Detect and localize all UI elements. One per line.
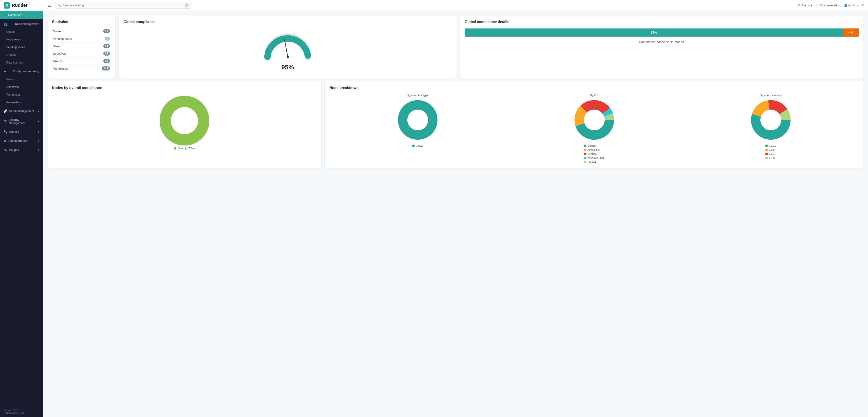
stats-badge: 119 — [102, 66, 110, 70]
legend-centos: CentOS — [584, 153, 604, 155]
sidebar-item-node-management[interactable]: 👥 Node management — [0, 19, 43, 28]
stats-badge: 11 — [103, 29, 110, 33]
stats-count: 14 — [92, 42, 111, 50]
sidebar-item-parameters[interactable]: Parameters — [0, 98, 43, 106]
compliance-bar-teal: 95% — [465, 29, 843, 37]
docs-icon: 📄 — [816, 4, 819, 7]
stats-count: 119 — [92, 65, 111, 72]
hamburger-icon[interactable]: ☰ — [47, 2, 53, 9]
help-icon[interactable]: ? — [184, 3, 189, 8]
nodes-compliance-card: Nodes by overall compliance Good (> 75%) — [48, 81, 321, 168]
security-management-label: Security management — [8, 118, 36, 125]
nodes-compliance-donut — [160, 96, 209, 146]
stats-label: Pending nodes — [52, 35, 92, 42]
status-button[interactable]: ✔ Status ▾ — [798, 3, 812, 7]
admin-label: admin — [848, 4, 856, 7]
gauge-container: 95% — [123, 28, 452, 73]
plugins-chevron-icon: ▾ — [38, 149, 39, 152]
sidebar-item-data-sources[interactable]: Data sources — [0, 59, 43, 66]
stats-badge: 34 — [103, 52, 110, 56]
os-title: By OS — [590, 94, 598, 97]
sidebar-item-patch-management[interactable]: 🩹 Patch management ▾ — [0, 106, 43, 115]
stats-badge: 0 — [105, 37, 110, 41]
windows-dot — [584, 157, 586, 159]
sidebar-item-nodes[interactable]: Nodes — [0, 28, 43, 36]
logo-text: Rudder — [12, 3, 28, 8]
sidebar-item-plugins[interactable]: 🔌 Plugins ▾ — [0, 145, 43, 154]
agent-legend: 7.1.10 7.2.5 7.2.1 — [765, 143, 776, 159]
sidebar-item-security-management[interactable]: 🛡 Security management ▾ — [0, 115, 43, 127]
nodes-icon: 👥 — [4, 22, 7, 26]
stats-row: Nodes11 — [52, 28, 111, 35]
window-icon[interactable]: ⧉ — [862, 4, 864, 7]
sidebar-item-rules[interactable]: Rules — [0, 75, 43, 83]
rules-sub-label: Rules — [6, 78, 13, 81]
ubuntu-dot — [584, 161, 586, 163]
compliance-note: Compliance based on 11 Nodes. — [465, 40, 859, 44]
statistics-table: Nodes11Pending nodes0Rules14Directives34… — [52, 28, 111, 72]
compliance-note-prefix: Compliance based on — [639, 40, 670, 44]
stats-label: Rules — [52, 42, 92, 50]
breakdown-os: By OS — [506, 94, 682, 163]
v725-dot — [765, 149, 768, 151]
virtual-dot — [412, 145, 414, 147]
nodes-sub-label: Nodes — [6, 30, 14, 33]
sidebar-item-techniques[interactable]: Techniques — [0, 91, 43, 98]
utilities-chevron-icon: ▾ — [38, 131, 39, 133]
sidebar-item-directives[interactable]: Directives — [0, 83, 43, 91]
os-legend: Debian Alma Linux CentOS — [584, 143, 604, 163]
stats-label: Nodes — [52, 28, 92, 35]
groups-sub-label: Groups — [6, 53, 16, 57]
stats-row: Groups41 — [52, 57, 111, 65]
compliance-details-card: Global compliance details 95% 4% Complia… — [460, 15, 864, 78]
search-box: 🔍 ? — [55, 2, 191, 8]
legend-7110: 7.1.10 — [765, 145, 776, 147]
stats-badge: 41 — [103, 59, 110, 63]
config-policy-label: Configuration policy — [13, 70, 39, 73]
stats-label: Techniques — [52, 65, 92, 72]
stats-label: Groups — [52, 57, 92, 65]
docs-label: Documentation — [820, 4, 840, 7]
alma-label: Alma Linux — [587, 149, 600, 151]
compliance-bar-wrap: 95% 4% — [465, 29, 859, 37]
compliance-bar: 95% 4% — [465, 29, 859, 37]
compliance-details-title: Global compliance details — [465, 20, 859, 24]
pending-nodes-sub-label: Pending nodes — [6, 45, 25, 49]
sidebar-item-node-search[interactable]: Node search — [0, 36, 43, 43]
v7110-label: 7.1.10 — [769, 145, 776, 147]
virtual-label: Virtual — [416, 145, 423, 147]
sidebar-item-groups[interactable]: Groups — [0, 51, 43, 59]
stats-count: 41 — [92, 57, 111, 65]
search-input[interactable] — [55, 2, 191, 8]
legend-debian: Debian — [584, 145, 604, 147]
topbar: R Rudder ☰ 🔍 ? ✔ Status ▾ 📄 Documentatio… — [0, 0, 868, 11]
v721-label: 7.2.1 — [769, 153, 775, 155]
v710-label: 7.1.0 — [769, 157, 775, 159]
logo-icon: R — [4, 2, 10, 8]
good-dot — [174, 147, 176, 150]
sidebar-item-configuration-policy[interactable]: ✏ Configuration policy — [0, 66, 43, 75]
legend-virtual: Virtual — [412, 145, 423, 147]
sidebar-item-administration[interactable]: ⚙ Administration ▾ — [0, 136, 43, 145]
legend-725: 7.2.5 — [765, 149, 776, 151]
parameters-sub-label: Parameters — [6, 101, 21, 104]
data-sources-sub-label: Data sources — [6, 61, 23, 64]
statistics-title: Statistics — [52, 20, 111, 24]
v725-label: 7.2.5 — [769, 149, 775, 151]
directives-sub-label: Directives — [6, 86, 19, 89]
status-label: Status — [801, 4, 810, 7]
admin-button[interactable]: 👤 admin ▾ — [844, 4, 859, 7]
sidebar: ⊞ Dashboard 👥 Node management Nodes Node… — [0, 11, 43, 417]
patch-icon: 🩹 — [4, 109, 7, 113]
centos-label: CentOS — [587, 153, 597, 155]
sidebar-item-pending-nodes[interactable]: Pending nodes — [0, 43, 43, 51]
documentation-button[interactable]: 📄 Documentation — [816, 4, 840, 7]
good-label: Good (> 75%) — [178, 147, 195, 150]
sidebar-item-utilities[interactable]: 🔧 Utilities ▾ — [0, 127, 43, 136]
patch-chevron-icon: ▾ — [38, 110, 39, 113]
breakdown-machine-type: By machine type Virtual — [329, 94, 506, 163]
search-icon: 🔍 — [57, 4, 61, 7]
topbar-right: ✔ Status ▾ 📄 Documentation 👤 admin ▾ ⧉ — [798, 3, 864, 7]
sidebar-item-dashboard[interactable]: ⊞ Dashboard — [0, 11, 43, 19]
plugins-label: Plugins — [9, 149, 19, 152]
